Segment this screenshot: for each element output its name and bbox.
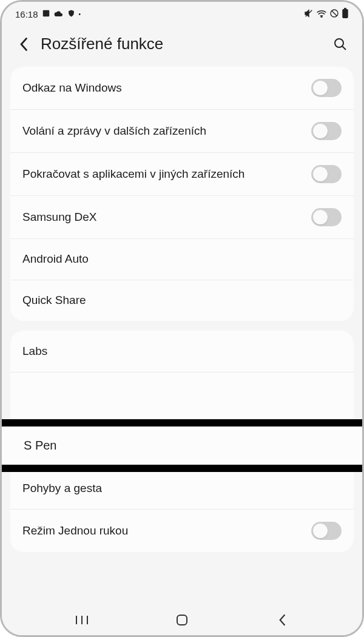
svg-rect-6 — [177, 615, 187, 625]
image-icon — [42, 9, 50, 19]
recents-button[interactable] — [70, 608, 94, 632]
search-button[interactable] — [332, 36, 349, 53]
svg-point-1 — [321, 16, 322, 18]
nav-back-button[interactable] — [270, 608, 294, 632]
row-label: Samsung DeX — [22, 210, 104, 225]
row-s-pen-placeholder — [10, 372, 354, 426]
row-label: Odkaz na Windows — [22, 81, 129, 96]
back-button[interactable] — [15, 36, 32, 53]
mute-icon — [304, 8, 314, 20]
row-pokracovat-aplikace[interactable]: Pokračovat s aplikacemi v jiných zařízen… — [10, 152, 354, 195]
home-button[interactable] — [170, 608, 194, 632]
page-header: Rozšířené funkce — [2, 26, 362, 67]
row-quick-share[interactable]: Quick Share — [10, 280, 354, 321]
highlight-callout: S Pen — [2, 419, 362, 472]
shield-icon — [67, 9, 75, 19]
cloud-icon — [54, 9, 64, 19]
svg-rect-0 — [42, 10, 49, 16]
toggle-switch[interactable] — [311, 165, 342, 183]
row-android-auto[interactable]: Android Auto — [10, 238, 354, 280]
settings-content: Odkaz na Windows Volání a zprávy v další… — [2, 67, 362, 552]
row-pohyby-gesta[interactable]: Pohyby a gesta — [10, 468, 354, 509]
toggle-switch[interactable] — [311, 208, 342, 226]
status-time: 16:18 — [15, 9, 38, 19]
navigation-bar — [2, 605, 362, 635]
row-label: Quick Share — [22, 293, 93, 308]
row-volani-zpravy[interactable]: Volání a zprávy v dalších zařízeních — [10, 109, 354, 152]
row-label: Labs — [22, 344, 55, 359]
row-odkaz-na-windows[interactable]: Odkaz na Windows — [10, 67, 354, 109]
row-label: Pokračovat s aplikacemi v jiných zařízen… — [22, 167, 252, 182]
row-rezim-jednou-rukou[interactable]: Režim Jednou rukou — [10, 509, 354, 552]
row-s-pen[interactable]: S Pen — [2, 426, 362, 465]
status-bar: 16:18 • — [2, 2, 362, 26]
no-sim-icon — [329, 8, 339, 20]
svg-rect-4 — [344, 8, 346, 9]
wifi-icon — [316, 9, 327, 19]
row-label: Android Auto — [22, 252, 96, 267]
row-labs[interactable]: Labs — [10, 331, 354, 372]
svg-point-5 — [335, 39, 343, 47]
row-samsung-dex[interactable]: Samsung DeX — [10, 195, 354, 238]
settings-group-1: Odkaz na Windows Volání a zprávy v další… — [10, 67, 354, 321]
toggle-switch[interactable] — [311, 122, 342, 140]
toggle-switch[interactable] — [311, 522, 342, 540]
page-title: Rozšířené funkce — [41, 35, 323, 53]
status-right — [304, 8, 349, 20]
row-label: S Pen — [24, 439, 56, 452]
row-label: Režim Jednou rukou — [22, 524, 135, 539]
battery-icon — [342, 8, 349, 20]
row-label: Volání a zprávy v dalších zařízeních — [22, 124, 214, 139]
toggle-switch[interactable] — [311, 79, 342, 97]
row-label: Pohyby a gesta — [22, 481, 109, 496]
dot-icon: • — [79, 11, 81, 18]
svg-rect-3 — [342, 9, 348, 18]
phone-frame: 16:18 • — [0, 0, 364, 637]
status-left: 16:18 • — [15, 9, 81, 19]
